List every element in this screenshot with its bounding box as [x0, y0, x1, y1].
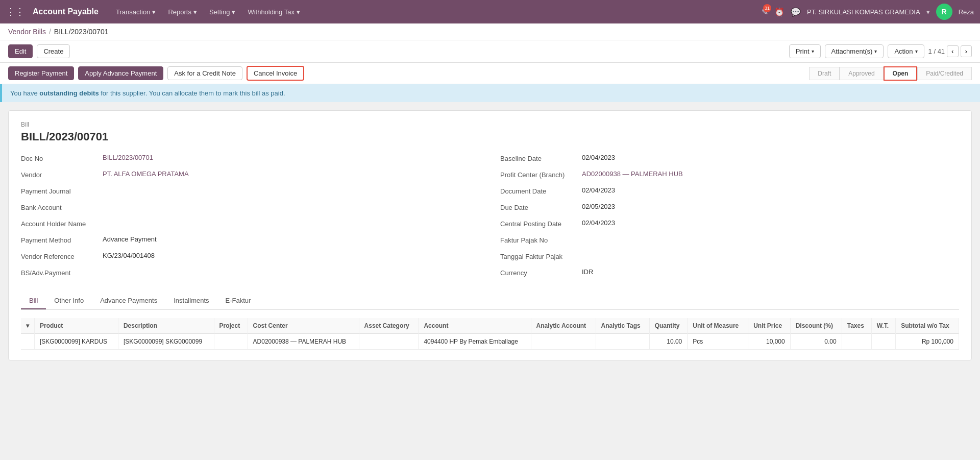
field-central-posting-date: Central Posting Date 02/04/2023	[500, 219, 959, 231]
alert-bold-text: outstanding debits	[39, 89, 99, 97]
row-account: 4094400 HP By Pemak Emballage	[419, 334, 531, 350]
col-cost-center: Cost Center	[248, 318, 359, 334]
tab-e-faktur[interactable]: E-Faktur	[217, 293, 259, 309]
bill-table: ▾ Product Description Project Cost Cente…	[21, 318, 959, 350]
nav-item-setting[interactable]: Setting ▾	[204, 6, 240, 18]
tabs: Bill Other Info Advance Payments Install…	[21, 293, 959, 310]
status-paid-credited: Paid/Credited	[917, 67, 972, 80]
table-row: [SKG0000099] KARDUS [SKG0000099] SKG0000…	[21, 334, 959, 350]
workflow-bar: Register Payment Apply Advance Payment A…	[0, 63, 980, 84]
user-name[interactable]: Reza	[959, 8, 974, 16]
col-unit-of-measure: Unit of Measure	[688, 318, 748, 334]
bill-card: Bill BILL/2023/00701 Doc No BILL/2023/00…	[8, 110, 972, 360]
row-subtotal: Rp 100,000	[896, 334, 959, 350]
vendor-reference-value: KG/23/04/001408	[103, 252, 480, 259]
grid-icon[interactable]: ⋮⋮	[6, 6, 24, 17]
main-content: Bill BILL/2023/00701 Doc No BILL/2023/00…	[0, 102, 980, 377]
col-analytic-tags: Analytic Tags	[596, 318, 649, 334]
row-cost-center: AD02000938 — PALMERAH HUB	[248, 334, 359, 350]
document-date-value: 02/04/2023	[582, 186, 959, 194]
action-bar: Edit Create Print ▾ Attachment(s) ▾ Acti…	[0, 40, 980, 63]
profit-center-value[interactable]: AD02000938 — PALMERAH HUB	[582, 170, 959, 178]
col-description: Description	[118, 318, 214, 334]
nav-menu: Transaction ▾ Reports ▾ Setting ▾ Withho…	[111, 6, 305, 18]
field-bank-account: Bank Account	[21, 203, 480, 215]
row-unit-price: 10,000	[748, 334, 790, 350]
notification-badge: 31	[763, 4, 771, 12]
field-doc-no: Doc No BILL/2023/00701	[21, 154, 480, 166]
col-quantity: Quantity	[649, 318, 688, 334]
attachments-button[interactable]: Attachment(s) ▾	[825, 44, 884, 58]
field-profit-center: Profit Center (Branch) AD02000938 — PALM…	[500, 170, 959, 182]
field-faktur-pajak-no: Faktur Pajak No	[500, 235, 959, 248]
field-baseline-date: Baseline Date 02/04/2023	[500, 154, 959, 166]
col-taxes: Taxes	[842, 318, 871, 334]
field-due-date: Due Date 02/05/2023	[500, 203, 959, 215]
edit-icon[interactable]: ✎ 31	[762, 7, 768, 17]
workflow-status: Draft Approved Open Paid/Credited	[809, 66, 972, 81]
row-taxes	[842, 334, 871, 350]
row-product: [SKG0000099] KARDUS	[35, 334, 118, 350]
user-avatar[interactable]: R	[936, 4, 952, 20]
chat-icon[interactable]: 💬	[791, 7, 801, 17]
row-analytic-tags	[596, 334, 649, 350]
tab-installments[interactable]: Installments	[165, 293, 217, 309]
bill-table-container: ▾ Product Description Project Cost Cente…	[21, 318, 959, 350]
baseline-date-value: 02/04/2023	[582, 154, 959, 161]
top-navigation: ⋮⋮ Account Payable Transaction ▾ Reports…	[0, 0, 980, 23]
apply-advance-payment-button[interactable]: Apply Advance Payment	[78, 66, 163, 80]
field-vendor: Vendor PT. ALFA OMEGA PRATAMA	[21, 170, 480, 182]
chevron-down-icon: ▾	[812, 49, 814, 54]
bill-label: Bill	[21, 121, 959, 128]
alert-text-1: You have	[10, 89, 39, 97]
record-position: 1 / 41	[928, 47, 945, 55]
col-subtotal: Subtotal w/o Tax	[896, 318, 959, 334]
vendor-value[interactable]: PT. ALFA OMEGA PRATAMA	[103, 170, 480, 178]
breadcrumb: Vendor Bills / BILL/2023/00701	[0, 23, 980, 40]
row-description: [SKG0000099] SKG0000099	[118, 334, 214, 350]
row-unit-of-measure: Pcs	[688, 334, 748, 350]
form-left: Doc No BILL/2023/00701 Vendor PT. ALFA O…	[21, 154, 480, 284]
row-quantity: 10.00	[649, 334, 688, 350]
row-wt	[871, 334, 895, 350]
nav-item-reports[interactable]: Reports ▾	[163, 6, 202, 18]
row-selector[interactable]	[21, 334, 35, 350]
row-asset-category	[359, 334, 419, 350]
action-button[interactable]: Action ▾	[888, 44, 924, 58]
col-analytic-account: Analytic Account	[531, 318, 596, 334]
company-chevron-icon[interactable]: ▾	[926, 8, 930, 16]
col-discount: Discount (%)	[790, 318, 842, 334]
app-name: Account Payable	[33, 7, 99, 16]
field-document-date: Document Date 02/04/2023	[500, 186, 959, 199]
tab-advance-payments[interactable]: Advance Payments	[92, 293, 165, 309]
tab-bill[interactable]: Bill	[21, 293, 46, 309]
breadcrumb-parent[interactable]: Vendor Bills	[8, 28, 46, 36]
print-button[interactable]: Print ▾	[789, 44, 821, 58]
clock-icon[interactable]: ⏰	[774, 7, 785, 17]
chevron-down-icon: ▾	[232, 8, 235, 16]
nav-item-withholding-tax[interactable]: Withholding Tax ▾	[242, 6, 305, 18]
due-date-value: 02/05/2023	[582, 203, 959, 210]
prev-record-button[interactable]: ‹	[947, 45, 958, 57]
status-approved: Approved	[840, 67, 883, 80]
alert-text-2: for this supplier. You can allocate them…	[99, 89, 285, 97]
ask-credit-note-button[interactable]: Ask for a Credit Note	[167, 66, 242, 80]
row-project	[214, 334, 248, 350]
create-button[interactable]: Create	[37, 44, 70, 58]
register-payment-button[interactable]: Register Payment	[8, 66, 74, 80]
field-account-holder-name: Account Holder Name	[21, 219, 480, 231]
col-unit-price: Unit Price	[748, 318, 790, 334]
doc-no-value[interactable]: BILL/2023/00701	[103, 154, 480, 161]
col-selector[interactable]: ▾	[21, 318, 35, 334]
right-icons: ✎ 31 ⏰ 💬 PT. SIRKULASI KOMPAS GRAMEDIA ▾…	[762, 4, 974, 20]
cancel-invoice-button[interactable]: Cancel Invoice	[247, 66, 304, 81]
company-name[interactable]: PT. SIRKULASI KOMPAS GRAMEDIA	[807, 8, 920, 16]
next-record-button[interactable]: ›	[961, 45, 972, 57]
chevron-down-icon: ▾	[915, 49, 918, 54]
form-right: Baseline Date 02/04/2023 Profit Center (…	[500, 154, 959, 284]
field-currency: Currency IDR	[500, 268, 959, 280]
col-product: Product	[35, 318, 118, 334]
tab-other-info[interactable]: Other Info	[46, 293, 92, 309]
edit-button[interactable]: Edit	[8, 44, 33, 58]
nav-item-transaction[interactable]: Transaction ▾	[111, 6, 161, 18]
